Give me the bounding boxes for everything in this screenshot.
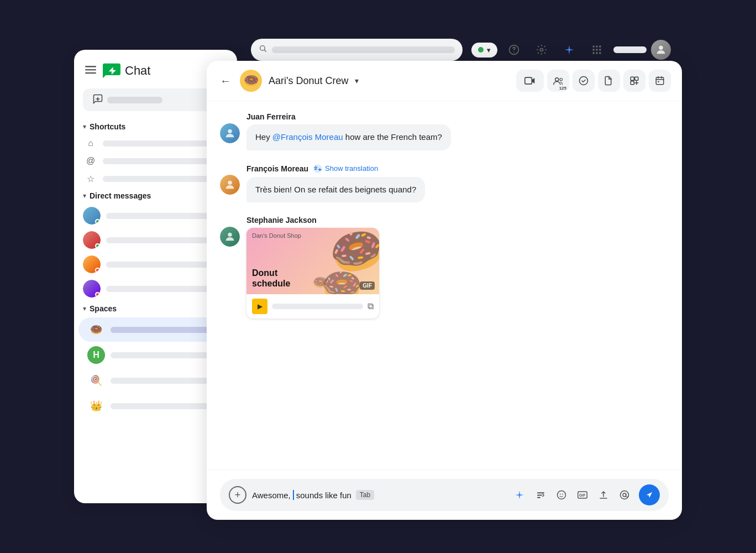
upload-button[interactable] <box>595 486 612 504</box>
juan-message-content: Juan Ferreira Hey @François Moreau how a… <box>246 112 669 150</box>
at-icon: @ <box>85 156 96 166</box>
settings-button[interactable] <box>531 39 553 61</box>
stephanie-message-content: Stephanie Jackson Dan's Donut Shop 🍩 🍩 🍩… <box>246 216 669 319</box>
svg-point-34 <box>621 491 629 499</box>
card-footer-bar <box>272 304 363 309</box>
svg-rect-15 <box>599 52 601 54</box>
avatar <box>83 207 101 225</box>
svg-rect-12 <box>599 49 601 50</box>
avatar <box>83 280 101 298</box>
francois-message-bubble: Très bien! On se refait des beignets qua… <box>246 177 425 203</box>
gif-badge: GIF <box>360 281 375 290</box>
members-button[interactable]: 125 <box>547 70 569 92</box>
chat-header: ← 🍩 Aari's Donut Crew ▾ <box>207 61 682 101</box>
avatar <box>83 231 101 249</box>
mention-francois[interactable]: @François Moreau <box>272 132 343 142</box>
status-indicator[interactable]: ▾ <box>471 43 497 58</box>
svg-rect-8 <box>596 46 597 48</box>
send-button[interactable] <box>639 484 660 505</box>
svg-rect-22 <box>635 77 638 80</box>
francois-sender-name: François Moreau <box>246 164 308 173</box>
group-chevron-icon[interactable]: ▾ <box>355 76 359 85</box>
chat-header-actions: 125 <box>516 70 671 92</box>
group-icon: 🍩 <box>240 70 262 92</box>
juan-message-text: Hey @François Moreau how are the French … <box>255 132 442 142</box>
status-busy-dot <box>95 268 100 273</box>
input-text-before: Awesome, <box>252 491 291 500</box>
dm-chevron-icon: ▾ <box>83 192 86 200</box>
home-icon: ⌂ <box>85 138 96 148</box>
donut-card-image: Dan's Donut Shop 🍩 🍩 🍩 Donutschedule GIF <box>246 228 379 294</box>
profile-avatar[interactable] <box>651 40 671 60</box>
message-input[interactable]: Awesome, sounds like fun Tab <box>252 490 505 500</box>
copy-button[interactable]: ⧉ <box>368 301 374 311</box>
new-chat-label-bar <box>107 97 162 103</box>
back-button[interactable]: ← <box>218 72 233 90</box>
donut-emoji-3: 🍩 <box>313 275 328 290</box>
gemini-button[interactable] <box>558 39 580 61</box>
donut-card-title: Donutschedule <box>252 268 290 289</box>
gemini-input-button[interactable] <box>511 486 528 504</box>
star-icon: ☆ <box>85 174 96 184</box>
donut-card-footer: ▶ ⧉ <box>246 294 379 319</box>
gif-button[interactable]: GIF <box>574 486 591 504</box>
search-input-bar <box>272 46 455 53</box>
show-translation-button[interactable]: Show translation <box>313 164 378 174</box>
juan-sender-row: Juan Ferreira <box>246 112 669 121</box>
donut-card[interactable]: Dan's Donut Shop 🍩 🍩 🍩 Donutschedule GIF… <box>246 228 379 319</box>
svg-point-27 <box>228 180 232 184</box>
shortcuts-label: Shortcuts <box>90 122 125 131</box>
svg-rect-9 <box>599 46 601 48</box>
space-lollipop-icon: 🍭 <box>87 372 105 389</box>
topbar-actions: ▾ <box>471 39 671 61</box>
spaces-chevron-icon: ▾ <box>83 305 86 312</box>
status-online-dot <box>95 219 100 224</box>
files-button[interactable] <box>598 70 620 92</box>
message-group-francois: François Moreau Show translation Très bi… <box>220 164 669 203</box>
search-icon <box>259 44 267 55</box>
calendar-button[interactable] <box>649 70 671 92</box>
message-input-row: + Awesome, sounds like fun Tab <box>220 479 669 511</box>
format-text-button[interactable] <box>532 486 549 504</box>
show-translation-label: Show translation <box>325 164 378 173</box>
space-crown-icon: 👑 <box>87 397 105 415</box>
tab-hint[interactable]: Tab <box>356 490 374 500</box>
stephanie-avatar <box>220 227 240 247</box>
help-button[interactable] <box>503 39 525 61</box>
svg-rect-7 <box>593 46 595 48</box>
mention-button[interactable] <box>616 486 633 504</box>
tasks-button[interactable] <box>573 70 595 92</box>
francois-message-text: Très bien! On se refait des beignets qua… <box>255 185 416 194</box>
search-bar[interactable] <box>251 39 463 61</box>
add-attachment-button[interactable]: + <box>229 486 246 504</box>
integrations-button[interactable] <box>623 70 645 92</box>
svg-point-31 <box>562 494 563 495</box>
stephanie-sender-row: Stephanie Jackson <box>246 216 669 225</box>
svg-rect-17 <box>525 77 532 84</box>
svg-point-19 <box>560 79 563 81</box>
svg-rect-14 <box>596 52 597 54</box>
spaces-label: Spaces <box>90 304 117 313</box>
message-group-stephanie: Stephanie Jackson Dan's Donut Shop 🍩 🍩 🍩… <box>220 216 669 319</box>
svg-rect-24 <box>656 77 664 85</box>
svg-rect-13 <box>593 52 595 54</box>
messages-area[interactable]: Juan Ferreira Hey @François Moreau how a… <box>207 101 682 469</box>
status-green-dot <box>478 47 484 53</box>
donut-shop-label: Dan's Donut Shop <box>252 232 301 239</box>
group-name: Aari's Donut Crew <box>269 75 348 87</box>
svg-rect-25 <box>658 81 659 82</box>
apps-button[interactable] <box>586 39 608 61</box>
video-call-button[interactable] <box>516 70 544 92</box>
svg-point-16 <box>659 46 663 50</box>
emoji-button[interactable] <box>553 486 570 504</box>
text-cursor <box>293 490 294 500</box>
message-group-juan: Juan Ferreira Hey @François Moreau how a… <box>220 112 669 150</box>
svg-point-28 <box>228 233 232 237</box>
profile-name-bar <box>613 46 647 53</box>
new-chat-icon <box>93 94 103 106</box>
play-button[interactable]: ▶ <box>252 299 267 314</box>
francois-avatar <box>220 175 240 195</box>
svg-point-26 <box>228 129 232 133</box>
svg-rect-21 <box>631 77 634 80</box>
svg-rect-10 <box>593 49 595 50</box>
